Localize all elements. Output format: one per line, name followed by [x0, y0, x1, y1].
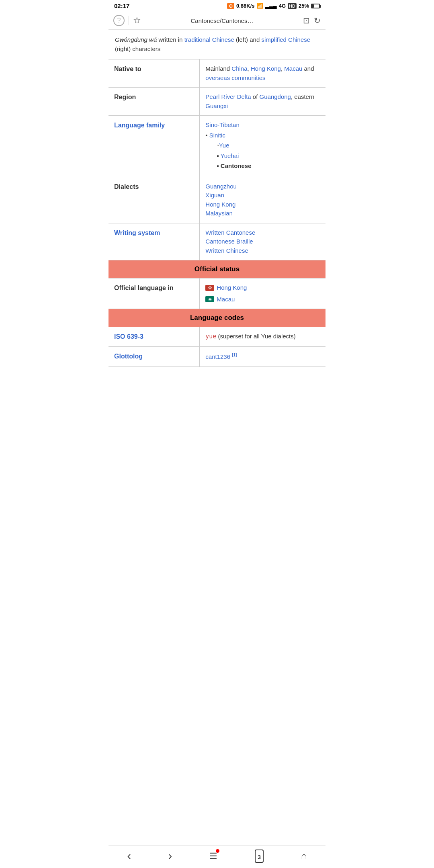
divider [129, 16, 129, 25]
native-to-value: Mainland China, Hong Kong, Macau and ove… [200, 59, 326, 88]
intro-section: Gwóngdūng wá written in traditional Chin… [108, 30, 326, 59]
browser-bar: ? ☆ Cantonese/Cantones… ⊡ ↻ [108, 12, 326, 30]
cellular-icon: ▂▃▄ [265, 3, 277, 9]
glottolog-label: Glottolog [108, 347, 200, 367]
glottolog-value: cant1236 [1] [200, 347, 326, 367]
iso-label: ISO 639-3 [108, 327, 200, 347]
region-value: Pearl River Delta of Guangdong, eastern … [200, 88, 326, 116]
iso-description: (superset for all Yue dialects) [218, 333, 296, 340]
hong-kong-link[interactable]: Hong Kong [251, 65, 281, 72]
language-codes-table: ISO 639-3 yue (superset for all Yue dial… [108, 327, 326, 367]
malaysian-link[interactable]: Malaysian [205, 210, 233, 217]
refresh-icon[interactable]: ↻ [314, 16, 321, 25]
glottolog-code[interactable]: cant1236 [205, 353, 230, 360]
language-family-value: Sino-Tibetan Sinitic Yue ▪ Yuehai ▪ Cant… [200, 116, 326, 177]
written-cantonese-link[interactable]: Written Cantonese [205, 229, 255, 236]
intro-middle: (left) and [236, 36, 261, 43]
traditional-chinese-link[interactable]: traditional Chinese [184, 36, 234, 43]
overseas-link[interactable]: overseas communities [205, 74, 265, 81]
glottolog-ref[interactable]: [1] [232, 352, 237, 357]
official-language-label: Official language in [108, 278, 200, 309]
writing-system-row: Writing system Written Cantonese Cantone… [108, 223, 326, 260]
simplified-chinese-link[interactable]: simplified Chinese [261, 36, 310, 43]
bookmark-icon[interactable]: ☆ [133, 15, 141, 26]
yue-link[interactable]: Yue [219, 142, 229, 149]
lf-sinitic: Sinitic [205, 131, 320, 140]
language-family-list: Sinitic Yue ▪ Yuehai ▪ Cantonese [205, 131, 320, 171]
dialects-value: Guangzhou Xiguan Hong Kong Malaysian [200, 177, 326, 223]
guangxi-link[interactable]: Guangxi [205, 102, 228, 109]
china-link[interactable]: China [231, 65, 247, 72]
intro-before: written in [158, 36, 184, 43]
region-label: Region [108, 88, 200, 116]
status-icons: ⊙ 0.88K/s 📶 ▂▃▄ 4G HD 25% [227, 3, 320, 9]
iso-value: yue (superset for all Yue dialects) [200, 327, 326, 347]
screen-record-icon: ⊙ [227, 3, 234, 9]
battery-icon [311, 4, 320, 8]
italic-text: Gwóngdūng wá [115, 36, 157, 43]
guangdong-link[interactable]: Guangdong [260, 93, 291, 100]
sinitic-link[interactable]: Sinitic [209, 132, 225, 139]
yuehai-link[interactable]: Yuehai [221, 152, 239, 159]
hong-kong-dialect-link[interactable]: Hong Kong [205, 201, 235, 208]
url-bar[interactable]: Cantonese/Cantones… [145, 17, 299, 24]
reader-mode-icon[interactable]: ⊡ [303, 16, 310, 25]
iso-code[interactable]: yue [205, 333, 216, 340]
dialects-row: Dialects Guangzhou Xiguan Hong Kong Mala… [108, 177, 326, 223]
pearl-river-link[interactable]: Pearl River Delta [205, 93, 251, 100]
region-row: Region Pearl River Delta of Guangdong, e… [108, 88, 326, 116]
main-content: Gwóngdūng wá written in traditional Chin… [108, 30, 326, 367]
hk-flag-row: Hong Kong [205, 283, 320, 293]
sino-tibetan-link[interactable]: Sino-Tibetan [205, 121, 240, 128]
lf-yuehai: ▪ Yuehai [217, 151, 320, 161]
guangzhou-link[interactable]: Guangzhou [205, 183, 237, 190]
mo-flag-row: Macau [205, 295, 320, 304]
network-type: 4G [279, 3, 286, 9]
language-family-label: Language family [108, 116, 200, 177]
language-family-row: Language family Sino-Tibetan Sinitic Yue… [108, 116, 326, 177]
language-codes-header: Language codes [108, 309, 326, 327]
macau-link[interactable]: Macau [284, 65, 302, 72]
lf-yue: Yue [205, 141, 320, 150]
iso-row: ISO 639-3 yue (superset for all Yue dial… [108, 327, 326, 347]
macau-official-link[interactable]: Macau [217, 295, 235, 304]
shield-icon[interactable]: ? [113, 15, 125, 26]
writing-system-value: Written Cantonese Cantonese Braille Writ… [200, 223, 326, 260]
battery-percent: 25% [299, 3, 309, 9]
glottolog-row: Glottolog cant1236 [1] [108, 347, 326, 367]
xiguan-link[interactable]: Xiguan [205, 192, 224, 199]
info-table: Native to Mainland China, Hong Kong, Mac… [108, 59, 326, 260]
official-status-table: Official language in Hong Kong Macau [108, 278, 326, 309]
native-to-row: Native to Mainland China, Hong Kong, Mac… [108, 59, 326, 88]
cantonese-bold: Cantonese [221, 162, 252, 169]
lf-cantonese: ▪ Cantonese [217, 162, 320, 171]
status-bar: 02:17 ⊙ 0.88K/s 📶 ▂▃▄ 4G HD 25% [108, 0, 326, 12]
hong-kong-flag [205, 285, 214, 291]
dialects-label: Dialects [108, 177, 200, 223]
hd-badge: HD [288, 3, 297, 9]
wifi-icon: 📶 [257, 3, 263, 9]
writing-system-label: Writing system [108, 223, 200, 260]
intro-after: (right) characters [115, 45, 160, 52]
network-speed: 0.88K/s [236, 3, 255, 9]
written-chinese-link[interactable]: Written Chinese [205, 247, 248, 254]
cantonese-braille-link[interactable]: Cantonese Braille [205, 238, 253, 245]
official-language-value: Hong Kong Macau [200, 278, 326, 309]
time: 02:17 [114, 2, 129, 9]
hong-kong-official-link[interactable]: Hong Kong [217, 283, 247, 293]
official-status-header: Official status [108, 260, 326, 278]
native-to-label: Native to [108, 59, 200, 88]
official-language-row: Official language in Hong Kong Macau [108, 278, 326, 309]
macau-flag [205, 296, 214, 302]
